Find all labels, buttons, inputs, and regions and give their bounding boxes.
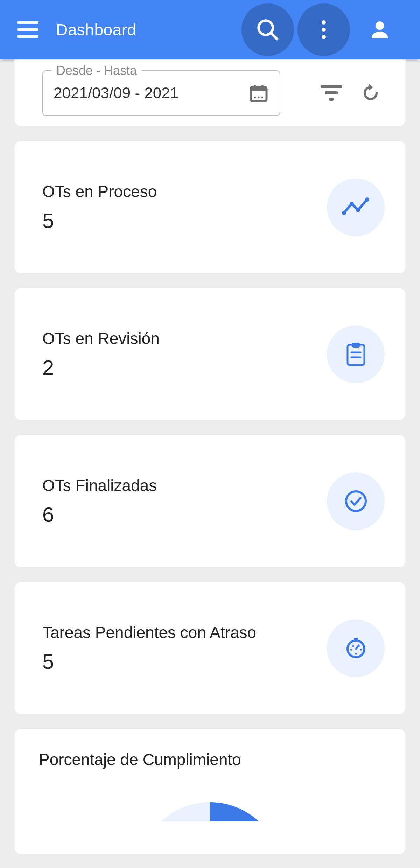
svg-rect-25 <box>352 343 360 348</box>
stat-icon-wrap <box>327 620 385 677</box>
svg-point-35 <box>355 653 357 654</box>
stat-value: 5 <box>42 209 313 233</box>
svg-rect-16 <box>321 85 342 88</box>
svg-line-4 <box>271 33 277 39</box>
stat-icon-wrap <box>327 178 385 236</box>
stat-title: Tareas Pendientes con Atraso <box>42 623 313 642</box>
svg-point-33 <box>350 649 352 650</box>
compliance-card[interactable]: Porcentaje de Cumplimiento <box>14 729 406 855</box>
refresh-icon <box>360 83 381 103</box>
donut-chart-icon <box>136 800 284 821</box>
svg-rect-17 <box>325 91 338 94</box>
refresh-button[interactable] <box>353 76 388 111</box>
svg-point-34 <box>360 649 362 650</box>
svg-rect-1 <box>18 28 38 31</box>
svg-rect-11 <box>254 85 256 88</box>
stat-title: OTs en Revisión <box>42 329 313 348</box>
clipboard-icon <box>346 342 366 366</box>
stat-card-tareas-atraso[interactable]: Tareas Pendientes con Atraso 5 <box>14 582 406 715</box>
svg-point-8 <box>376 21 384 30</box>
timeline-icon <box>342 197 370 218</box>
search-icon <box>255 18 280 42</box>
filter-list-icon <box>321 85 342 101</box>
date-range-value: 2021/03/09 - 2021 <box>54 84 241 102</box>
stat-value: 6 <box>42 503 313 527</box>
stat-card-ots-proceso[interactable]: OTs en Proceso 5 <box>14 141 406 274</box>
filter-bar: Desde - Hasta 2021/03/09 - 2021 <box>14 59 406 127</box>
filter-button[interactable] <box>314 76 349 111</box>
svg-point-6 <box>322 28 326 32</box>
svg-rect-0 <box>18 21 38 24</box>
svg-point-13 <box>254 97 256 99</box>
stat-value: 5 <box>42 650 313 674</box>
stat-title: OTs en Proceso <box>42 182 313 201</box>
stat-title: OTs Finalizadas <box>42 476 313 495</box>
more-vert-icon <box>322 20 326 39</box>
svg-rect-12 <box>261 85 264 88</box>
svg-point-31 <box>352 645 354 647</box>
date-range-input[interactable]: Desde - Hasta 2021/03/09 - 2021 <box>42 70 280 116</box>
stat-value: 2 <box>42 356 313 380</box>
svg-rect-10 <box>251 87 267 92</box>
svg-point-7 <box>322 35 326 39</box>
svg-point-15 <box>261 97 263 99</box>
person-icon <box>368 18 392 42</box>
date-range-label: Desde - Hasta <box>51 63 142 78</box>
stat-card-ots-finalizadas[interactable]: OTs Finalizadas 6 <box>14 435 406 568</box>
stat-text: OTs Finalizadas 6 <box>42 476 313 527</box>
svg-marker-19 <box>369 84 373 90</box>
page-title: Dashboard <box>56 20 136 39</box>
app-bar: Dashboard <box>0 0 420 59</box>
svg-point-22 <box>356 208 360 212</box>
stat-text: OTs en Revisión 2 <box>42 329 313 380</box>
calendar-icon <box>248 83 269 104</box>
hamburger-icon <box>18 21 38 38</box>
stat-text: Tareas Pendientes con Atraso 5 <box>42 623 313 674</box>
svg-point-20 <box>342 211 346 215</box>
svg-rect-18 <box>329 98 334 101</box>
compliance-title: Porcentaje de Cumplimiento <box>39 750 381 769</box>
stat-icon-wrap <box>327 472 385 530</box>
svg-rect-30 <box>354 638 358 640</box>
svg-rect-2 <box>18 35 38 38</box>
stat-icon-wrap <box>327 326 385 383</box>
svg-point-5 <box>322 20 326 24</box>
svg-point-14 <box>258 97 260 99</box>
menu-button[interactable] <box>14 16 42 44</box>
account-button[interactable] <box>354 4 406 56</box>
svg-point-28 <box>346 491 366 511</box>
svg-point-23 <box>365 197 369 202</box>
timer-icon <box>345 637 367 659</box>
stat-card-ots-revision[interactable]: OTs en Revisión 2 <box>14 288 406 421</box>
svg-line-36 <box>356 645 359 649</box>
svg-rect-24 <box>348 345 364 365</box>
search-button[interactable] <box>241 4 294 56</box>
stat-text: OTs en Proceso 5 <box>42 182 313 233</box>
check-circle-icon <box>344 490 368 513</box>
svg-point-21 <box>350 202 354 206</box>
compliance-chart <box>39 800 381 821</box>
more-options-button[interactable] <box>298 4 350 56</box>
